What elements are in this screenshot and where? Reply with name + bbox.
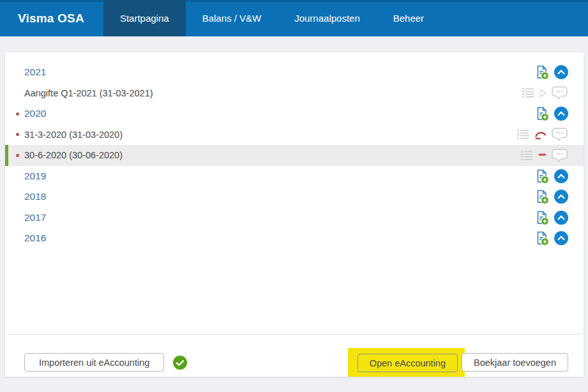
details-list-icon[interactable] xyxy=(521,150,534,161)
entry-row-31-3-2020: 31-3-2020 (31-03-2020) xyxy=(5,124,584,146)
collapse-chevron-icon[interactable] xyxy=(554,65,568,79)
comments-bubble-icon[interactable] xyxy=(552,128,568,141)
add-document-icon[interactable] xyxy=(534,210,550,225)
entry-row-aangifte-q1-2021: Aangifte Q1-2021 (31-03-2021) xyxy=(5,83,584,104)
red-minus-icon[interactable] xyxy=(538,153,547,157)
year-link-2019[interactable]: 2019 xyxy=(24,170,46,182)
year-link-2021[interactable]: 2021 xyxy=(24,66,46,78)
details-list-icon[interactable] xyxy=(522,87,535,98)
add-fiscal-year-button[interactable]: Boekjaar toevoegen xyxy=(462,353,568,372)
entry-label: 30-6-2020 (30-06-2020) xyxy=(24,150,123,160)
add-document-icon[interactable] xyxy=(534,189,550,204)
collapse-chevron-icon[interactable] xyxy=(554,190,568,204)
year-link-2017[interactable]: 2017 xyxy=(24,212,46,223)
success-check-icon xyxy=(172,355,188,370)
tab-journaalposten[interactable]: Journaalposten xyxy=(278,0,377,36)
collapse-chevron-icon[interactable] xyxy=(554,107,568,121)
main-tabs: Startpagina Balans / V&W Journaalposten … xyxy=(103,0,441,36)
tab-startpagina[interactable]: Startpagina xyxy=(103,0,186,36)
year-row-2020: 2020 xyxy=(5,103,584,124)
tab-balans-vw[interactable]: Balans / V&W xyxy=(186,0,278,36)
app-logo: Visma OSA xyxy=(0,0,103,36)
year-link-2016[interactable]: 2016 xyxy=(24,232,46,244)
top-nav: Visma OSA Startpagina Balans / V&W Journ… xyxy=(0,0,588,36)
status-bullet xyxy=(16,112,19,116)
fiscal-year-list: 2021 Aangifte Q1-2021 (31-03-2021) 2020 xyxy=(5,52,584,249)
year-link-2020[interactable]: 2020 xyxy=(24,108,46,119)
details-list-icon[interactable] xyxy=(517,129,530,140)
collapse-chevron-icon[interactable] xyxy=(554,231,568,245)
add-document-icon[interactable] xyxy=(534,230,550,246)
comments-bubble-icon[interactable] xyxy=(552,149,568,162)
import-eaccounting-button[interactable]: Importeren uit eAccounting xyxy=(24,353,164,372)
entry-label: 31-3-2020 (31-03-2020) xyxy=(24,130,123,140)
open-eaccounting-button[interactable]: Open eAccounting xyxy=(358,354,458,372)
year-row-2016: 2016 xyxy=(5,228,584,249)
add-document-icon[interactable] xyxy=(534,106,550,121)
entry-row-30-6-2020[interactable]: 30-6-2020 (30-06-2020) xyxy=(5,145,584,166)
highlight-annotation: Open eAccounting xyxy=(348,348,465,377)
entry-label: Aangifte Q1-2021 (31-03-2021) xyxy=(24,88,153,98)
action-bar: Importeren uit eAccounting Open eAccount… xyxy=(5,335,584,377)
comments-bubble-icon[interactable] xyxy=(552,86,568,100)
year-row-2017: 2017 xyxy=(5,207,584,229)
tab-beheer[interactable]: Beheer xyxy=(377,0,441,36)
red-arc-icon[interactable] xyxy=(534,130,547,140)
content-panel: 2021 Aangifte Q1-2021 (31-03-2021) 2020 xyxy=(5,52,584,377)
status-bullet xyxy=(16,133,19,136)
year-row-2019: 2019 xyxy=(5,166,584,187)
collapse-chevron-icon[interactable] xyxy=(554,169,568,183)
year-row-2021: 2021 xyxy=(5,62,584,83)
add-document-icon[interactable] xyxy=(534,64,550,80)
play-icon[interactable] xyxy=(539,89,547,98)
year-row-2018: 2018 xyxy=(5,186,584,207)
collapse-chevron-icon[interactable] xyxy=(554,211,568,225)
add-document-icon[interactable] xyxy=(534,169,550,184)
year-link-2018[interactable]: 2018 xyxy=(24,191,46,202)
status-bullet xyxy=(16,154,19,157)
